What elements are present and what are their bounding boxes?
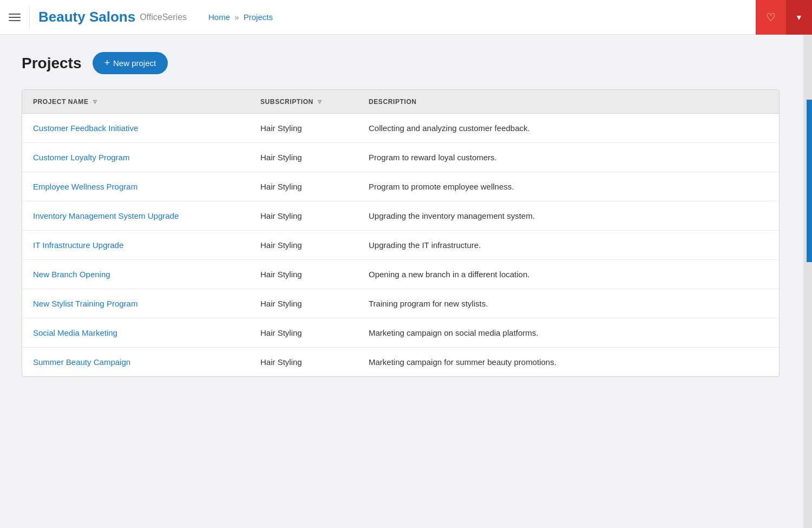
scrollbar-track (803, 35, 812, 528)
scrollbar-thumb[interactable] (807, 100, 812, 262)
new-project-button[interactable]: + New project (93, 52, 168, 74)
plus-icon: + (104, 57, 110, 69)
cell-project-name: Customer Feedback Initiative (22, 114, 250, 143)
table-row: Social Media MarketingHair StylingMarket… (22, 318, 779, 348)
project-link[interactable]: Social Media Marketing (33, 328, 117, 337)
cell-description: Program to reward loyal customers. (358, 143, 779, 172)
cell-project-name: Employee Wellness Program (22, 172, 250, 201)
table-row: IT Infrastructure UpgradeHair StylingUpg… (22, 231, 779, 260)
hamburger-line-3 (9, 20, 21, 21)
app-subtitle: OfficeSeries (140, 12, 187, 22)
cell-subscription: Hair Styling (250, 260, 358, 289)
cell-description: Training program for new stylists. (358, 289, 779, 318)
header-actions: ♡ ▼ (756, 0, 812, 35)
table-row: New Stylist Training ProgramHair Styling… (22, 289, 779, 318)
breadcrumb-separator: » (234, 12, 239, 22)
cell-description: Upgrading the IT infrastructure. (358, 231, 779, 260)
project-link[interactable]: Summer Beauty Campaign (33, 357, 130, 367)
cell-subscription: Hair Styling (250, 348, 358, 377)
table-row: Customer Loyalty ProgramHair StylingProg… (22, 143, 779, 172)
page-title: Projects (22, 55, 82, 72)
new-project-label: New project (113, 58, 156, 68)
hamburger-menu[interactable] (9, 14, 21, 21)
cell-subscription: Hair Styling (250, 231, 358, 260)
cell-project-name: Customer Loyalty Program (22, 143, 250, 172)
cell-subscription: Hair Styling (250, 143, 358, 172)
column-subscription: SUBSCRIPTION ▿ (250, 90, 358, 114)
project-link[interactable]: New Stylist Training Program (33, 299, 137, 308)
cell-project-name: Social Media Marketing (22, 318, 250, 348)
breadcrumb-home[interactable]: Home (208, 12, 230, 22)
column-project-name: PROJECT NAME ▿ (22, 90, 250, 114)
table-header: PROJECT NAME ▿ SUBSCRIPTION ▿ DESCRIPTIO… (22, 90, 779, 114)
cell-description: Marketing campaign for summer beauty pro… (358, 348, 779, 377)
hamburger-line-1 (9, 14, 21, 15)
cell-description: Upgrading the inventory management syste… (358, 201, 779, 231)
column-subscription-label: SUBSCRIPTION (260, 98, 313, 106)
filter-project-icon[interactable]: ▿ (93, 97, 97, 106)
projects-table: PROJECT NAME ▿ SUBSCRIPTION ▿ DESCRIPTIO… (22, 90, 779, 376)
bell-icon: ♡ (766, 11, 776, 24)
header: Beauty Salons OfficeSeries Home » Projec… (0, 0, 812, 35)
cell-description: Marketing campaign on social media platf… (358, 318, 779, 348)
cell-subscription: Hair Styling (250, 172, 358, 201)
breadcrumb-current: Projects (244, 12, 273, 22)
table-row: Inventory Management System UpgradeHair … (22, 201, 779, 231)
cell-project-name: IT Infrastructure Upgrade (22, 231, 250, 260)
cell-subscription: Hair Styling (250, 289, 358, 318)
project-link[interactable]: Employee Wellness Program (33, 182, 137, 191)
project-link[interactable]: Inventory Management System Upgrade (33, 211, 179, 220)
page-header: Projects + New project (22, 52, 790, 74)
chevron-down-icon: ▼ (795, 13, 803, 22)
table-row: Customer Feedback InitiativeHair Styling… (22, 114, 779, 143)
cell-subscription: Hair Styling (250, 201, 358, 231)
project-link[interactable]: New Branch Opening (33, 270, 110, 279)
notifications-button[interactable]: ♡ (756, 0, 786, 35)
cell-project-name: Summer Beauty Campaign (22, 348, 250, 377)
cell-project-name: Inventory Management System Upgrade (22, 201, 250, 231)
table-header-row: PROJECT NAME ▿ SUBSCRIPTION ▿ DESCRIPTIO… (22, 90, 779, 114)
cell-project-name: New Branch Opening (22, 260, 250, 289)
table-row: Summer Beauty CampaignHair StylingMarket… (22, 348, 779, 377)
projects-table-container: PROJECT NAME ▿ SUBSCRIPTION ▿ DESCRIPTIO… (22, 89, 780, 377)
app-title: Beauty Salons (38, 9, 135, 25)
breadcrumb: Home » Projects (208, 12, 273, 22)
hamburger-line-2 (9, 17, 21, 18)
cell-description: Program to promote employee wellness. (358, 172, 779, 201)
header-divider (29, 6, 30, 28)
project-link[interactable]: Customer Feedback Initiative (33, 123, 138, 133)
user-menu-dropdown[interactable]: ▼ (786, 0, 812, 35)
table-body: Customer Feedback InitiativeHair Styling… (22, 114, 779, 377)
cell-subscription: Hair Styling (250, 114, 358, 143)
cell-subscription: Hair Styling (250, 318, 358, 348)
table-row: Employee Wellness ProgramHair StylingPro… (22, 172, 779, 201)
column-description-label: DESCRIPTION (369, 98, 417, 106)
project-link[interactable]: IT Infrastructure Upgrade (33, 240, 123, 250)
cell-project-name: New Stylist Training Program (22, 289, 250, 318)
cell-description: Opening a new branch in a different loca… (358, 260, 779, 289)
project-link[interactable]: Customer Loyalty Program (33, 153, 129, 162)
filter-subscription-icon[interactable]: ▿ (318, 97, 322, 106)
cell-description: Collecting and analyzing customer feedba… (358, 114, 779, 143)
main-content: Projects + New project PROJECT NAME ▿ (0, 35, 812, 394)
column-project-name-label: PROJECT NAME (33, 98, 89, 106)
table-row: New Branch OpeningHair StylingOpening a … (22, 260, 779, 289)
column-description: DESCRIPTION (358, 90, 779, 114)
